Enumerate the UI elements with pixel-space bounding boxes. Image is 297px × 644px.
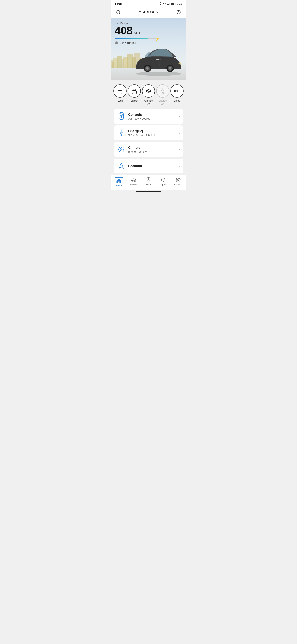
climate-action[interactable]: ClimateOn xyxy=(142,84,155,106)
climate-card-subtitle: Interior Temp 7° xyxy=(128,150,176,153)
history-btn[interactable] xyxy=(175,8,182,16)
charging-card[interactable]: Charging 99% • 55 min Until Full › xyxy=(114,126,183,140)
location-card-text: Location xyxy=(128,164,176,168)
svg-rect-2 xyxy=(169,3,169,5)
nav-vehicle[interactable]: Vehicle xyxy=(126,177,141,186)
svg-rect-56 xyxy=(165,179,165,180)
chevron-down-icon xyxy=(156,11,159,13)
charge-icon xyxy=(160,88,166,94)
charging-card-title: Charging xyxy=(128,130,176,133)
climate-card-title: Climate xyxy=(128,146,176,150)
svg-point-36 xyxy=(134,92,135,93)
svg-rect-3 xyxy=(169,3,170,5)
climate-label: ClimateOn xyxy=(144,99,153,106)
lights-action[interactable]: Lights xyxy=(170,84,184,102)
charging-card-text: Charging 99% • 55 min Until Full xyxy=(128,130,176,137)
hero-info: Est. Range 408 km ⚡ 21° • Toronto xyxy=(115,22,156,44)
location-card-chevron: › xyxy=(179,164,180,168)
controls-card-subtitle: Just Now • Locked xyxy=(128,117,176,120)
lock-action[interactable]: Lock xyxy=(113,84,127,102)
map-nav-label: Map xyxy=(146,183,151,186)
status-bar: 11:31 76% xyxy=(111,0,186,7)
home-active-indicator xyxy=(115,177,123,178)
nav-home[interactable]: Home xyxy=(111,177,126,186)
controls-icon xyxy=(118,112,125,120)
est-range-label: Est. Range xyxy=(115,22,156,25)
svg-rect-5 xyxy=(172,3,175,4)
map-nav-icon xyxy=(146,177,151,183)
battery-status-icon xyxy=(171,3,176,5)
nav-map[interactable]: Map xyxy=(141,177,156,186)
controls-card[interactable]: Controls Just Now • Locked › xyxy=(114,109,183,124)
climate-card-icon-svg xyxy=(118,146,125,153)
vehicle-lock-icon xyxy=(138,10,142,14)
weather-text: 21° • Toronto xyxy=(120,41,136,44)
unlock-action[interactable]: Unlock xyxy=(128,84,141,102)
vehicle-selector[interactable]: ARIYA xyxy=(138,10,159,14)
controls-card-title: Controls xyxy=(128,113,176,116)
climate-card[interactable]: Climate Interior Temp 7° › xyxy=(114,142,183,157)
charge-action[interactable]: ChargeOn xyxy=(156,84,169,106)
vehicle-name: ARIYA xyxy=(143,10,154,14)
unlock-label: Unlock xyxy=(131,99,138,102)
charging-card-subtitle: 99% • 55 min Until Full xyxy=(128,134,176,137)
charge-label: ChargeOn xyxy=(159,99,167,106)
vehicle-icon xyxy=(131,178,137,182)
location-card-title: Location xyxy=(128,164,176,168)
cloud-icon xyxy=(115,41,119,44)
battery-lightning-icon: ⚡ xyxy=(155,36,160,41)
climate-card-chevron: › xyxy=(179,148,180,152)
support-icon xyxy=(160,177,166,182)
svg-rect-47 xyxy=(120,114,122,116)
charge-circle xyxy=(156,84,169,98)
charging-icon xyxy=(118,129,125,137)
weather-info: 21° • Toronto xyxy=(115,41,156,44)
battery-bar-fill xyxy=(115,38,148,40)
svg-rect-1 xyxy=(168,4,169,5)
climate-icon xyxy=(145,88,152,94)
status-icons: 76% xyxy=(159,2,182,5)
settings-nav-icon xyxy=(175,177,181,183)
lock-circle xyxy=(113,84,127,98)
lights-circle xyxy=(170,84,184,98)
home-nav-icon xyxy=(116,178,122,184)
support-icon-btn[interactable] xyxy=(115,8,122,16)
location-card-icon xyxy=(117,162,125,170)
climate-circle xyxy=(142,84,155,98)
svg-rect-8 xyxy=(117,12,117,13)
unlock-circle xyxy=(128,84,141,98)
lights-icon xyxy=(174,88,180,94)
svg-point-57 xyxy=(177,179,179,180)
home-icon xyxy=(116,178,121,183)
cards-section: Controls Just Now • Locked › Charging 99… xyxy=(111,109,186,175)
gear-icon xyxy=(176,177,181,182)
nav-support[interactable]: Support xyxy=(156,177,171,186)
svg-point-33 xyxy=(120,92,120,93)
quick-actions: Lock Unlock ClimateOn xyxy=(111,80,186,109)
range-unit: km xyxy=(133,30,140,35)
headset-icon xyxy=(115,9,121,15)
history-icon xyxy=(176,10,181,15)
nav-settings[interactable]: Settings xyxy=(171,177,186,186)
car-image: ARIYA xyxy=(132,43,186,80)
battery-percent: 76% xyxy=(177,2,182,5)
hero-section: Est. Range 408 km ⚡ 21° • Toronto xyxy=(111,18,186,80)
map-pin-icon xyxy=(146,177,151,183)
settings-nav-label: Settings xyxy=(174,183,182,186)
svg-point-45 xyxy=(175,90,177,92)
climate-card-text: Climate Interior Temp 7° xyxy=(128,146,176,153)
svg-text:ARIYA: ARIYA xyxy=(156,58,160,60)
location-icon xyxy=(118,162,125,170)
controls-card-chevron: › xyxy=(179,114,180,119)
range-value: 408 xyxy=(115,24,133,36)
charging-card-chevron: › xyxy=(179,131,180,135)
wifi-status-icon xyxy=(163,3,166,5)
header: ARIYA xyxy=(111,7,186,18)
battery-bar: ⚡ xyxy=(115,38,156,40)
location-card[interactable]: Location › xyxy=(114,158,183,174)
climate-card-icon xyxy=(117,145,125,154)
charging-card-icon xyxy=(117,129,125,137)
controls-card-text: Controls Just Now • Locked xyxy=(128,113,176,120)
lights-label: Lights xyxy=(174,99,180,102)
svg-point-29 xyxy=(169,67,171,70)
